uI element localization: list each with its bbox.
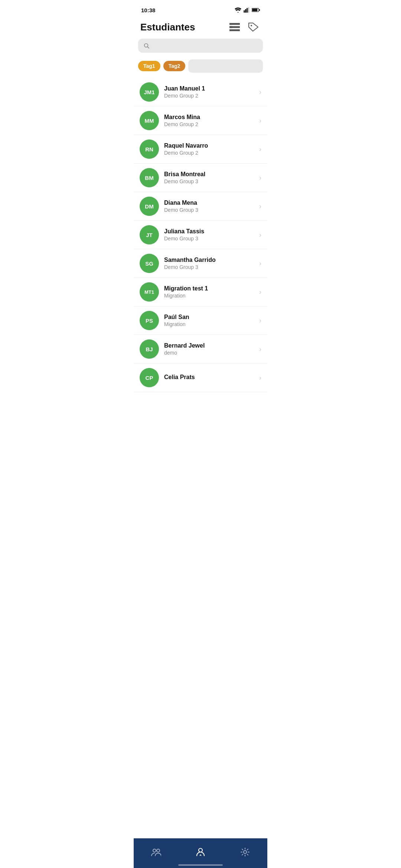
avatar: DM — [140, 197, 159, 216]
avatar: JT — [140, 225, 159, 244]
avatar: BM — [140, 168, 159, 187]
item-info: Juan Manuel 1 Demo Group 2 — [164, 85, 254, 99]
item-info: Raquel Navarro Demo Group 2 — [164, 142, 254, 156]
item-info: Juliana Tassis Demo Group 3 — [164, 228, 254, 241]
item-group: Demo Group 3 — [164, 207, 254, 213]
student-list: JM1 Juan Manuel 1 Demo Group 2 › MM Marc… — [134, 78, 267, 364]
list-item[interactable]: MM Marcos Mina Demo Group 2 › — [134, 106, 267, 135]
settings-icon — [239, 846, 251, 858]
group-view-icon — [229, 23, 240, 31]
item-group: Migration — [164, 321, 254, 327]
avatar: CP — [140, 368, 159, 387]
header-actions — [228, 21, 261, 33]
tag-button[interactable] — [247, 21, 261, 33]
item-name: Brisa Montreal — [164, 171, 254, 178]
chevron-right-icon: › — [259, 117, 261, 125]
item-group: Migration — [164, 293, 254, 299]
list-item[interactable]: SG Samantha Garrido Demo Group 3 › — [134, 249, 267, 278]
svg-rect-1 — [245, 9, 246, 13]
svg-rect-12 — [229, 29, 232, 31]
item-group: Demo Group 3 — [164, 264, 254, 270]
avatar: PS — [140, 311, 159, 330]
group-view-button[interactable] — [228, 22, 241, 33]
svg-point-19 — [244, 851, 247, 854]
list-item[interactable]: JT Juliana Tassis Demo Group 3 › — [134, 221, 267, 249]
chevron-right-icon: › — [259, 174, 261, 182]
avatar: RN — [140, 139, 159, 159]
item-name: Raquel Navarro — [164, 142, 254, 149]
item-name: Migration test 1 — [164, 285, 254, 292]
students-nav-button[interactable] — [195, 846, 206, 858]
avatar: BJ — [140, 339, 159, 359]
svg-rect-10 — [229, 23, 232, 25]
tags-container: Tag1 Tag2 — [134, 57, 267, 78]
item-info: Celia Prats — [164, 374, 254, 381]
bottom-nav — [134, 838, 267, 868]
header: Estudiantes — [134, 18, 267, 39]
avatar: MT1 — [140, 282, 159, 302]
item-name: Paúl San — [164, 314, 254, 320]
list-item[interactable]: BM Brisa Montreal Demo Group 3 › — [134, 164, 267, 192]
chevron-right-icon: › — [259, 203, 261, 210]
chevron-right-icon: › — [259, 317, 261, 325]
list-item[interactable]: BJ Bernard Jewel demo › — [134, 335, 267, 364]
svg-line-15 — [147, 47, 149, 48]
groups-icon — [150, 846, 162, 858]
partial-list-item[interactable]: CP Celia Prats › — [134, 364, 267, 392]
settings-nav-button[interactable] — [239, 846, 251, 858]
item-name: Diana Mena — [164, 200, 254, 206]
tag-1[interactable]: Tag1 — [138, 61, 160, 71]
tag-2[interactable]: Tag2 — [163, 61, 186, 71]
tag-icon — [248, 22, 259, 32]
item-info: Brisa Montreal Demo Group 3 — [164, 171, 254, 184]
student-icon — [195, 846, 206, 858]
list-item[interactable]: DM Diana Mena Demo Group 3 › — [134, 192, 267, 221]
item-name: Juliana Tassis — [164, 228, 254, 235]
search-bar[interactable] — [138, 39, 263, 53]
page-title: Estudiantes — [140, 22, 195, 33]
item-group: Demo Group 2 — [164, 121, 254, 127]
avatar: MM — [140, 111, 159, 130]
item-group: Demo Group 3 — [164, 236, 254, 241]
item-info: Paúl San Migration — [164, 314, 254, 327]
item-name: Juan Manuel 1 — [164, 85, 254, 92]
item-name: Celia Prats — [164, 374, 254, 381]
search-icon — [143, 42, 149, 49]
chevron-right-icon: › — [259, 288, 261, 296]
svg-rect-2 — [247, 8, 248, 13]
item-name: Bernard Jewel — [164, 342, 254, 349]
item-group: Demo Group 2 — [164, 93, 254, 99]
item-info: Migration test 1 Migration — [164, 285, 254, 299]
search-container — [134, 39, 267, 57]
wifi-icon — [235, 7, 241, 13]
item-info: Samantha Garrido Demo Group 3 — [164, 257, 254, 270]
avatar: JM1 — [140, 82, 159, 102]
item-info: Diana Mena Demo Group 3 — [164, 200, 254, 213]
search-input[interactable] — [153, 42, 258, 49]
chevron-right-icon: › — [259, 231, 261, 239]
svg-rect-5 — [259, 9, 260, 11]
status-bar: 10:38 — [134, 0, 267, 18]
svg-point-17 — [157, 849, 160, 852]
signal-icon — [244, 7, 250, 13]
list-item[interactable]: PS Paúl San Migration › — [134, 306, 267, 335]
chevron-right-icon: › — [259, 374, 261, 382]
groups-nav-button[interactable] — [150, 846, 162, 858]
svg-point-13 — [251, 25, 252, 26]
list-item[interactable]: MT1 Migration test 1 Migration › — [134, 278, 267, 306]
svg-rect-11 — [229, 26, 232, 28]
avatar: SG — [140, 254, 159, 273]
chevron-right-icon: › — [259, 260, 261, 267]
status-icons — [235, 7, 260, 13]
list-item[interactable]: RN Raquel Navarro Demo Group 2 › — [134, 135, 267, 164]
status-time: 10:38 — [141, 7, 155, 13]
svg-point-16 — [153, 849, 156, 852]
svg-rect-6 — [252, 9, 257, 11]
chevron-right-icon: › — [259, 145, 261, 153]
list-item[interactable]: JM1 Juan Manuel 1 Demo Group 2 › — [134, 78, 267, 106]
chevron-right-icon: › — [259, 345, 261, 353]
item-info: Marcos Mina Demo Group 2 — [164, 114, 254, 127]
tag-search-input[interactable] — [188, 59, 263, 73]
svg-point-18 — [199, 848, 202, 852]
item-group: Demo Group 2 — [164, 150, 254, 156]
